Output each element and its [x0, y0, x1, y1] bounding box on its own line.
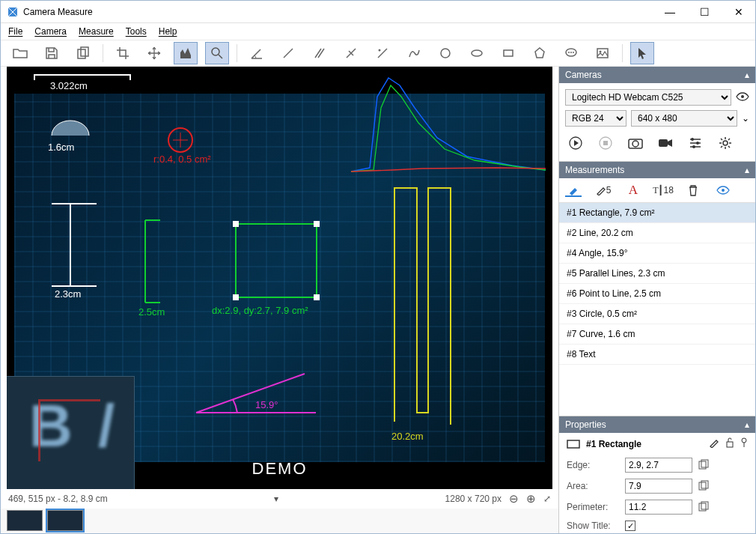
- angle-label: 15.9°: [255, 399, 278, 410]
- p2l-overlay: [134, 216, 171, 306]
- copy-icon[interactable]: [698, 480, 710, 492]
- status-coords: 469, 515 px - 8.2, 8.9 cm: [8, 494, 108, 504]
- cameras-header[interactable]: Cameras▴: [559, 67, 755, 83]
- annotate-tool-button[interactable]: [559, 42, 583, 64]
- menu-tools[interactable]: Tools: [126, 26, 147, 37]
- zoom-in-icon[interactable]: ⊕: [526, 492, 536, 506]
- measurements-list[interactable]: #1 Rectangle, 7.9 cm² #2 Line, 20.2 cm #…: [559, 203, 755, 416]
- dropdown-icon[interactable]: ▾: [274, 494, 278, 504]
- thumbnail[interactable]: [47, 510, 83, 531]
- collapse-icon[interactable]: ▴: [745, 70, 749, 80]
- svg-point-27: [696, 142, 699, 145]
- minimize-button[interactable]: —: [659, 6, 680, 18]
- pointer-button[interactable]: [630, 42, 654, 64]
- fullscreen-icon[interactable]: ⤢: [543, 494, 551, 504]
- menu-camera[interactable]: Camera: [34, 26, 67, 37]
- zoom-button[interactable]: [205, 42, 229, 64]
- polygon-tool-button[interactable]: [528, 42, 552, 64]
- pan-button[interactable]: [142, 42, 166, 64]
- trash-icon[interactable]: [685, 184, 701, 196]
- brush-icon[interactable]: [565, 183, 582, 197]
- svg-point-8: [568, 52, 570, 53]
- play-icon[interactable]: [568, 136, 583, 151]
- fontsize-icon[interactable]: T┃18: [655, 185, 671, 196]
- thumbnail-strip: [1, 509, 558, 534]
- svg-rect-15: [233, 221, 239, 227]
- snapshot-icon[interactable]: [628, 136, 643, 151]
- perp-tool-button[interactable]: [339, 42, 363, 64]
- copy-button[interactable]: [71, 42, 95, 64]
- rect-tool-button[interactable]: [496, 42, 520, 64]
- line-tool-button[interactable]: [276, 42, 300, 64]
- svg-point-4: [441, 49, 450, 58]
- camera-format-select[interactable]: RGB 24: [565, 110, 627, 127]
- menu-file[interactable]: File: [8, 26, 22, 37]
- list-item[interactable]: #7 Curve, 1.6 cm: [559, 324, 755, 345]
- crop-button[interactable]: [111, 42, 135, 64]
- area-input[interactable]: [625, 479, 692, 494]
- svg-rect-31: [567, 440, 579, 448]
- close-button[interactable]: ✕: [728, 6, 749, 18]
- maximize-button[interactable]: ☐: [694, 6, 715, 18]
- menu-help[interactable]: Help: [159, 26, 177, 37]
- camera-res-select[interactable]: 640 x 480: [631, 110, 737, 127]
- edge-label: Edge:: [567, 460, 619, 470]
- list-item[interactable]: #1 Rectangle, 7.9 cm²: [559, 203, 755, 223]
- font-icon[interactable]: A: [625, 183, 641, 198]
- canvas[interactable]: 3.022cm 1.6cm r:0.4, 0.5 cm² 2.3cm 2.5cm…: [7, 67, 552, 489]
- svg-rect-6: [504, 50, 513, 56]
- save-button[interactable]: [40, 42, 64, 64]
- copy-icon[interactable]: [698, 501, 710, 513]
- line-label: 20.2cm: [391, 431, 424, 442]
- visibility-icon[interactable]: [715, 185, 731, 195]
- showtitle-checkbox[interactable]: [625, 521, 635, 531]
- menu-measure[interactable]: Measure: [79, 26, 114, 37]
- svg-rect-32: [727, 442, 733, 447]
- angle-tool-button[interactable]: [245, 42, 269, 64]
- angle-overlay: [192, 368, 320, 420]
- svg-point-28: [692, 145, 695, 148]
- list-item[interactable]: #6 Point to Line, 2.5 cm: [559, 284, 755, 304]
- copy-icon[interactable]: [698, 459, 710, 471]
- sliders-icon[interactable]: [688, 136, 703, 151]
- parallel-tool-button[interactable]: [308, 42, 332, 64]
- list-item[interactable]: #5 Parallel Lines, 2.3 cm: [559, 264, 755, 284]
- collapse-icon[interactable]: ▴: [745, 419, 749, 430]
- expand-icon[interactable]: ⌄: [742, 113, 749, 124]
- histogram-button[interactable]: [174, 42, 198, 64]
- pen-icon[interactable]: 5: [595, 185, 612, 195]
- svg-rect-14: [236, 224, 317, 297]
- open-button[interactable]: [8, 42, 32, 64]
- svg-rect-17: [233, 294, 239, 300]
- svg-point-33: [742, 438, 746, 443]
- ellipse-tool-button[interactable]: [465, 42, 489, 64]
- collapse-icon[interactable]: ▴: [745, 165, 749, 175]
- p2l-tool-button[interactable]: [371, 42, 394, 64]
- stop-icon[interactable]: [598, 136, 613, 151]
- thumbnail[interactable]: [7, 510, 43, 531]
- svg-point-19: [741, 95, 744, 98]
- list-item[interactable]: #2 Line, 20.2 cm: [559, 223, 755, 243]
- image-tool-button[interactable]: [591, 42, 615, 64]
- lock-icon[interactable]: [725, 437, 734, 450]
- list-item[interactable]: #4 Angle, 15.9°: [559, 243, 755, 264]
- svg-point-5: [472, 50, 482, 56]
- svg-point-26: [691, 138, 694, 141]
- record-icon[interactable]: [658, 136, 673, 151]
- gear-icon[interactable]: [718, 136, 733, 151]
- edge-input[interactable]: [625, 458, 692, 473]
- zoom-out-icon[interactable]: ⊖: [509, 492, 519, 506]
- curve-tool-button[interactable]: [402, 42, 426, 64]
- list-item[interactable]: #3 Circle, 0.5 cm²: [559, 304, 755, 324]
- properties-header[interactable]: Properties▴: [559, 416, 755, 433]
- camera-device-select[interactable]: Logitech HD Webcam C525: [565, 89, 731, 106]
- eye-icon[interactable]: [736, 91, 749, 104]
- circle-tool-button[interactable]: [433, 42, 457, 64]
- edit-icon[interactable]: [709, 437, 719, 450]
- perimeter-input[interactable]: [625, 500, 692, 515]
- measurements-header[interactable]: Measurements▴: [559, 162, 755, 178]
- pin-icon[interactable]: [740, 437, 748, 450]
- rect-icon: [567, 439, 580, 449]
- circle-label: r:0.4, 0.5 cm²: [153, 154, 211, 165]
- list-item[interactable]: #8 Text: [559, 345, 755, 365]
